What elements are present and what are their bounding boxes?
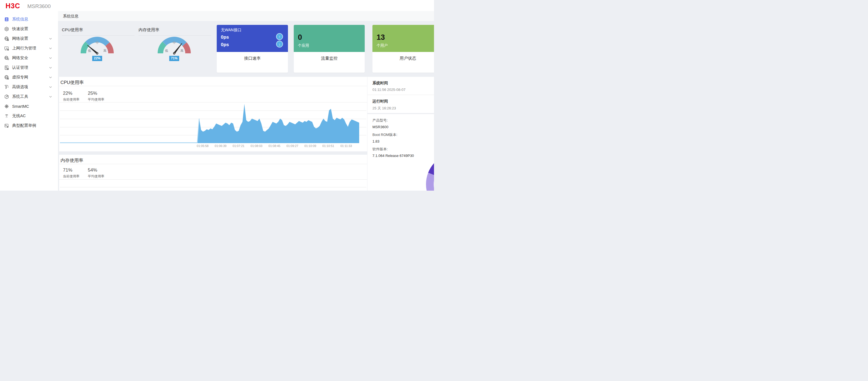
- traffic-card-footer-label: 流量监控: [321, 56, 338, 61]
- cpu-section-title: CPU使用率: [60, 80, 84, 86]
- gauge-zone-mid: 中: [173, 41, 176, 44]
- network-security-icon: [4, 56, 9, 60]
- mem-gauge-title: 内存使用率: [138, 27, 159, 33]
- network-settings-icon: [4, 36, 9, 41]
- product-info-block: 产品型号: MSR3600 Boot ROM版本: 1.83 软件版本: 7.1…: [372, 115, 414, 158]
- sidebar-item-label: SmartMC: [12, 104, 29, 109]
- uptime-label: 运行时间: [372, 99, 396, 104]
- cpu-current-label: 当前使用率: [63, 97, 80, 102]
- cpu-current-value: 22%: [63, 91, 80, 96]
- x-axis-tick: 01:10:09: [302, 144, 319, 148]
- x-axis-tick: 01:07:21: [230, 144, 247, 148]
- memory-gauge-value: 71%: [169, 56, 179, 61]
- sidebar-item-label: 认证管理: [12, 65, 28, 70]
- sidebar-item-label: 系统信息: [12, 17, 28, 22]
- interface-card-footer[interactable]: 接口速率: [217, 52, 288, 73]
- uptime-block: 运行时间 25 天 16:26:23: [372, 99, 396, 111]
- cpu-average-stat: 25% 平均使用率: [88, 91, 104, 102]
- traffic-card-footer[interactable]: 流量监控: [294, 52, 365, 73]
- x-axis-tick: 01:05:58: [194, 144, 212, 148]
- user-status-card[interactable]: 13 个用户 用户状态: [372, 25, 434, 73]
- sidebar-item-label: 高级选项: [12, 84, 28, 89]
- product-model-value: MSR3600: [372, 125, 414, 129]
- device-model: MSR3600: [27, 3, 51, 9]
- vpn-icon: [4, 75, 9, 80]
- sidebar-item-smartmc[interactable]: SmartMC: [0, 101, 58, 111]
- chevron-down-icon: [49, 38, 52, 39]
- chevron-down-icon: [49, 77, 52, 78]
- x-axis-tick: 01:10:51: [319, 144, 337, 148]
- gridline: [60, 187, 366, 187]
- system-info-icon: [4, 17, 9, 22]
- smartmc-icon: [4, 104, 9, 109]
- system-time-label: 系统时间: [372, 81, 406, 86]
- app-count: 0: [298, 33, 302, 42]
- sidebar-item-label: 网络安全: [12, 55, 28, 60]
- divider: [59, 179, 367, 180]
- sidebar-item-system-tools[interactable]: 系统工具: [0, 92, 58, 101]
- gauge-zone-high: 高: [181, 49, 184, 52]
- sidebar-item-quick-setup[interactable]: 快速设置: [0, 24, 58, 34]
- cpu-gauge-value: 22%: [92, 56, 102, 61]
- user-count-unit: 个用户: [377, 43, 388, 48]
- memory-usage-card: 内存使用率 71% 当前使用率 54% 平均使用率: [59, 155, 367, 190]
- bootrom-label: Boot ROM版本:: [372, 133, 414, 137]
- sidebar-item-advanced-options[interactable]: 高级选项: [0, 82, 58, 92]
- sidebar-item-label: 快速设置: [12, 26, 28, 31]
- sidebar-item-system-info[interactable]: 系统信息: [0, 14, 58, 24]
- sidebar-item-network-security[interactable]: 网络安全: [0, 53, 58, 63]
- cpu-usage-card: CPU使用率 22% 当前使用率 25% 平均使用率 01:05:5801:06…: [59, 77, 367, 151]
- divider: [368, 95, 434, 95]
- x-axis-tick-labels: 01:05:5801:06:3901:07:2101:08:0301:08:45…: [60, 144, 361, 149]
- uptime-value: 25 天 16:26:23: [372, 106, 396, 111]
- user-card-footer[interactable]: 用户状态: [372, 52, 434, 73]
- sidebar-item-vpn[interactable]: 虚拟专网: [0, 72, 58, 82]
- interface-rate-card[interactable]: 无WAN接口 0ps 0ps ↑ ↓ 接口速率: [217, 25, 288, 73]
- content-header-band: [58, 11, 434, 21]
- mem-current-label: 当前使用率: [63, 174, 80, 179]
- mem-average-value: 54%: [88, 168, 104, 173]
- arrow-down-circle-icon: ↓: [276, 40, 283, 48]
- quick-setup-icon: [4, 27, 9, 31]
- memory-gauge: 中 低 高: [155, 33, 193, 59]
- sidebar-item-label: 无线AC: [12, 113, 26, 119]
- divider: [59, 164, 367, 164]
- sidebar-item-label: 网络设置: [12, 36, 28, 41]
- system-time-panel: 系统时间 01:11:56 2025-08-07 运行时间 25 天 16:26…: [368, 77, 434, 113]
- auth-management-icon: [4, 65, 9, 70]
- download-rate: 0ps: [221, 42, 229, 48]
- sidebar-item-network-settings[interactable]: 网络设置: [0, 34, 58, 43]
- cpu-current-stat: 22% 当前使用率: [63, 91, 80, 102]
- sidebar-item-label: 典型配置举例: [12, 123, 36, 128]
- gauge-zone-mid: 中: [96, 41, 99, 44]
- behavior-management-icon: [4, 46, 9, 51]
- mem-current-value: 71%: [63, 168, 80, 173]
- system-time-value: 01:11:56 2025-08-07: [372, 88, 406, 92]
- x-axis-tick: 01:09:27: [283, 144, 301, 148]
- sidebar-item-wireless-ac[interactable]: 无线AC: [0, 111, 58, 121]
- chevron-down-icon: [49, 57, 52, 59]
- mem-average-label: 平均使用率: [88, 174, 104, 179]
- cpu-area-chart: [60, 102, 359, 143]
- product-model-label: 产品型号:: [372, 118, 414, 123]
- sidebar-item-behavior-management[interactable]: 上网行为管理: [0, 43, 58, 53]
- sidebar-nav: 系统信息 快速设置 网络设置 上网行为管理 网络安全 认证管理: [0, 14, 58, 130]
- mem-section-title: 内存使用率: [60, 157, 83, 164]
- system-time-block: 系统时间 01:11:56 2025-08-07: [372, 81, 406, 92]
- sidebar-item-auth-management[interactable]: 认证管理: [0, 63, 58, 72]
- chevron-down-icon: [49, 86, 52, 88]
- gauge-zone-low: 低: [165, 49, 168, 52]
- gauge-zone-high: 高: [103, 49, 106, 52]
- sidebar-item-config-examples[interactable]: 典型配置举例: [0, 121, 58, 130]
- chevron-down-icon: [49, 67, 52, 68]
- chevron-down-icon: [49, 48, 52, 49]
- bootrom-value: 1.83: [372, 139, 414, 143]
- chevron-down-icon: [49, 96, 52, 97]
- x-axis-tick: 01:11:33: [337, 144, 355, 148]
- sidebar-item-label: 系统工具: [12, 94, 28, 99]
- cpu-average-label: 平均使用率: [88, 97, 104, 102]
- page-title: 系统信息: [63, 14, 79, 19]
- traffic-monitor-card[interactable]: 0 个应用 流量监控: [294, 25, 365, 73]
- upload-rate: 0ps: [221, 34, 229, 40]
- divider: [59, 86, 367, 86]
